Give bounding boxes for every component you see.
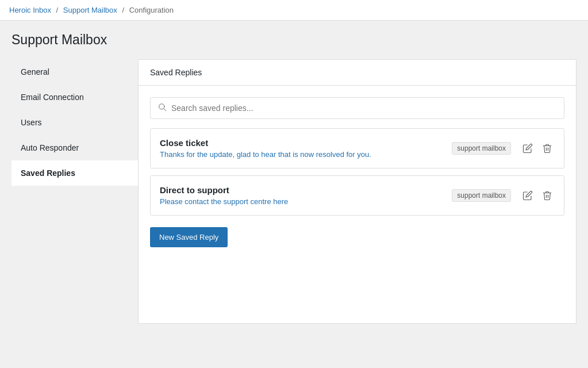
- reply-preview-direct-to-support: Please contact the support centre here: [160, 197, 443, 206]
- reply-actions-direct-to-support: [520, 188, 555, 203]
- breadcrumb-current: Configuration: [129, 6, 174, 14]
- breadcrumb-home[interactable]: Heroic Inbox: [9, 6, 51, 14]
- breadcrumb-parent[interactable]: Support Mailbox: [63, 6, 117, 14]
- sidebar-item-email-connection[interactable]: Email Connection: [11, 85, 138, 110]
- delete-button-close-ticket[interactable]: [540, 141, 555, 156]
- sidebar-item-saved-replies[interactable]: Saved Replies: [11, 160, 138, 186]
- page-title: Support Mailbox: [11, 32, 577, 48]
- search-box: [150, 97, 564, 119]
- reply-card-close-ticket: Close ticket Thanks for the update, glad…: [150, 128, 564, 168]
- delete-button-direct-to-support[interactable]: [540, 188, 555, 203]
- page-wrapper: Support Mailbox General Email Connection…: [0, 21, 588, 335]
- breadcrumb-sep-1: /: [56, 6, 59, 14]
- reply-tag-direct-to-support: support mailbox: [452, 189, 511, 202]
- reply-preview-text: Please contact the support centre: [160, 197, 273, 206]
- breadcrumb-bar: Heroic Inbox / Support Mailbox / Configu…: [0, 0, 588, 21]
- sidebar-item-auto-responder[interactable]: Auto Responder: [11, 135, 138, 160]
- reply-actions-close-ticket: [520, 141, 555, 156]
- reply-preview-close-ticket: Thanks for the update, glad to hear that…: [160, 150, 443, 159]
- reply-info-direct-to-support: Direct to support Please contact the sup…: [160, 185, 443, 206]
- new-saved-reply-button[interactable]: New Saved Reply: [150, 227, 228, 247]
- search-input[interactable]: [171, 103, 557, 113]
- edit-button-direct-to-support[interactable]: [520, 188, 535, 203]
- reply-card-direct-to-support: Direct to support Please contact the sup…: [150, 175, 564, 216]
- breadcrumb-sep-2: /: [122, 6, 124, 14]
- main-content: Saved Replies Close ticket: [138, 59, 577, 324]
- reply-title-direct-to-support: Direct to support: [160, 185, 443, 195]
- svg-line-1: [164, 109, 166, 111]
- reply-title-close-ticket: Close ticket: [160, 138, 443, 148]
- search-icon: [157, 102, 167, 114]
- sidebar: General Email Connection Users Auto Resp…: [11, 59, 138, 186]
- edit-button-close-ticket[interactable]: [520, 141, 535, 156]
- sidebar-item-users[interactable]: Users: [11, 110, 138, 135]
- sidebar-item-general[interactable]: General: [11, 59, 138, 85]
- layout: General Email Connection Users Auto Resp…: [11, 59, 577, 324]
- section-header: Saved Replies: [139, 60, 576, 86]
- reply-preview-link[interactable]: here: [273, 197, 288, 206]
- section-title: Saved Replies: [150, 68, 202, 77]
- section-body: Close ticket Thanks for the update, glad…: [139, 86, 576, 259]
- reply-tag-close-ticket: support mailbox: [452, 142, 511, 155]
- reply-info-close-ticket: Close ticket Thanks for the update, glad…: [160, 138, 443, 159]
- svg-point-0: [159, 104, 164, 109]
